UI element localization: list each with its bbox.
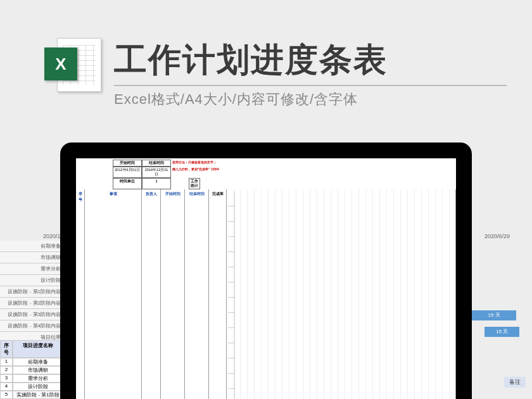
excel-icon: X xyxy=(44,38,101,95)
excel-icon-badge: X xyxy=(44,48,77,80)
bg-bottom-row: 1前期准备 xyxy=(0,358,63,366)
timeline-cell xyxy=(228,267,235,282)
bg-bar-2: 15 天 xyxy=(484,327,519,337)
bg-left-row: 设施阶段 - 第2阶段内容 xyxy=(0,298,63,309)
timeline-cell xyxy=(228,358,235,374)
bg-left-row: 设计阶段 xyxy=(0,275,63,286)
instruction-1: 使用方法：只修改蓝色的文字； xyxy=(171,160,247,167)
bg-left-row: 设施阶段 - 第3阶段内容 xyxy=(0,309,63,320)
timeline-cell xyxy=(228,282,235,298)
timeline-cell xyxy=(228,252,235,267)
bg-left-row: 前期准备 xyxy=(0,241,63,252)
timeline-cell xyxy=(228,343,235,358)
bg-sheet-right: 15 天 15 天 xyxy=(472,241,532,343)
timeline-cell xyxy=(228,191,235,206)
sheet-top-header: 开始时间 结束时间 使用方法：只修改蓝色的文字； 2012年6月01日 2016… xyxy=(76,158,456,189)
hdr-unit-value: 1 xyxy=(142,178,171,189)
bg-footer-label: 备注 xyxy=(504,377,526,388)
instruction-2: 插入几行时，更加"完成率" 100% xyxy=(171,167,247,178)
bg-bottom-row: 2市场调研 xyxy=(0,366,63,374)
bg-bottom-h1: 序号 xyxy=(0,340,13,358)
title-block: 工作计划进度条表 Excel格式/A4大小/内容可修改/含字体 xyxy=(114,38,507,109)
col-start: 开始时间 xyxy=(161,189,185,399)
col-rate: 完成率 xyxy=(209,189,227,399)
col-task: 事项 xyxy=(85,189,142,399)
timeline-cell xyxy=(228,389,235,399)
bg-bottom-row: 5实施阶段 - 第1阶段 xyxy=(0,391,63,399)
bg-bottom-h2: 项目进度名称 xyxy=(13,340,63,358)
hdr-start-label: 开始时间 xyxy=(113,160,142,167)
bg-bottom-row: 4设计阶段 xyxy=(0,383,63,391)
bg-left-row: 需求分析 xyxy=(0,263,63,275)
hdr-unit-label: 时间单位 xyxy=(113,178,142,189)
col-owner: 负责人 xyxy=(142,189,161,399)
col-gantt-timeline xyxy=(227,189,456,399)
bg-bottom-row: 3需求分析 xyxy=(0,374,63,383)
spreadsheet-screen: 开始时间 结束时间 使用方法：只修改蓝色的文字； 2012年6月01日 2016… xyxy=(76,158,456,399)
timeline-cell xyxy=(228,206,235,222)
timeline-cell xyxy=(228,237,235,252)
timeline-cell xyxy=(228,222,235,237)
column-headers: 序号 事项 负责人 开始时间 结束时间 完成率 xyxy=(76,189,456,399)
laptop-frame: 开始时间 结束时间 使用方法：只修改蓝色的文字； 2012年6月01日 2016… xyxy=(60,142,472,399)
main-title: 工作计划进度条表 xyxy=(114,38,507,86)
hdr-stat-label: 工作统计 xyxy=(189,178,200,189)
timeline-cell xyxy=(228,328,235,343)
hdr-start-value: 2012年6月01日 xyxy=(113,167,142,178)
hdr-end-label: 结束时间 xyxy=(142,160,171,167)
page-header: X 工作计划进度条表 Excel格式/A4大小/内容可修改/含字体 xyxy=(44,38,507,109)
bg-sheet-left: 前期准备市场调研需求分析设计阶段设施阶段 - 第1阶段内容设施阶段 - 第2阶段… xyxy=(0,241,63,355)
bg-bar-1: 15 天 xyxy=(472,310,516,320)
col-idx: 序号 xyxy=(76,189,85,399)
bg-left-row: 设施阶段 - 第1阶段内容 xyxy=(0,286,63,298)
bg-date-right: 2020/6/29 xyxy=(484,233,510,239)
subtitle: Excel格式/A4大小/内容可修改/含字体 xyxy=(114,90,507,109)
hdr-end-value: 2016年12月31日 xyxy=(142,167,171,178)
bg-bottom-table: 序号 项目进度名称 1前期准备2市场调研3需求分析4设计阶段5实施阶段 - 第1… xyxy=(0,340,63,399)
timeline-cell xyxy=(228,313,235,328)
bg-left-row: 设施阶段 - 第4阶段内容 xyxy=(0,320,63,332)
bg-left-row: 市场调研 xyxy=(0,252,63,263)
timeline-cell xyxy=(228,298,235,313)
timeline-cell xyxy=(228,374,235,389)
col-end: 结束时间 xyxy=(185,189,209,399)
